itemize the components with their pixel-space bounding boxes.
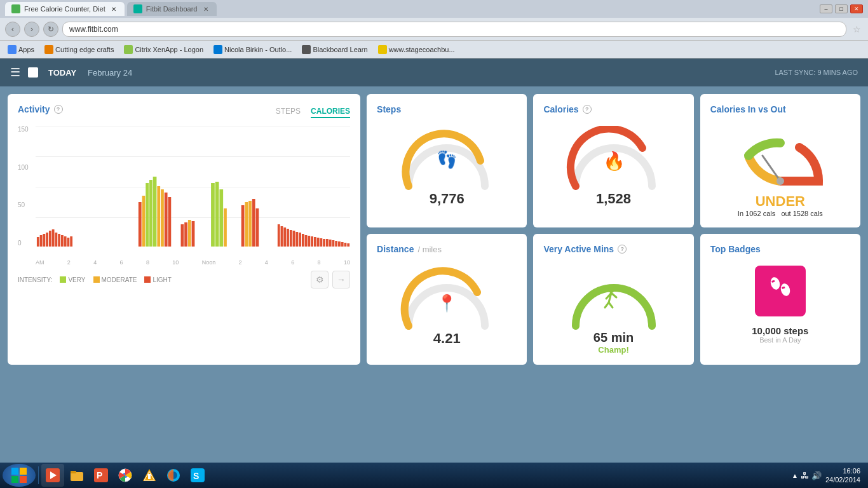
- tab-close-2[interactable]: ✕: [201, 4, 210, 13]
- minimize-button[interactable]: –: [820, 4, 832, 13]
- badge-sub: Best in A Day: [759, 336, 801, 344]
- calories-in-out-gauge: UNDER In 1062 cals out 1528 cals: [710, 121, 850, 217]
- steps-card: Steps 👣 9,776: [367, 94, 527, 227]
- menu-button[interactable]: ☰: [10, 65, 20, 79]
- checkbox-icon[interactable]: [28, 67, 38, 78]
- svg-rect-42: [302, 234, 304, 247]
- bookmark-citrix[interactable]: Citrix XenApp - Logon: [121, 44, 206, 55]
- y-axis: 150 100 50 0: [18, 126, 29, 247]
- svg-rect-5: [52, 229, 55, 247]
- calories-help-icon[interactable]: ?: [583, 105, 592, 114]
- calories-tab[interactable]: CALORIES: [311, 107, 350, 118]
- bookmark-favicon-citrix: [124, 45, 133, 54]
- taskbar-media-player[interactable]: [41, 464, 64, 487]
- svg-rect-14: [146, 183, 149, 247]
- header-date: February 24: [88, 68, 132, 78]
- bookmark-apps[interactable]: Apps: [5, 44, 37, 55]
- distance-title: Distance / miles: [377, 244, 517, 254]
- clock-time: 16:06: [825, 466, 860, 475]
- legend-very-label: VERY: [68, 276, 85, 283]
- taskbar-firefox[interactable]: [162, 464, 185, 487]
- reload-button[interactable]: ↻: [43, 22, 58, 37]
- calories-title: Calories ?: [543, 104, 683, 114]
- tab-1[interactable]: Free Calorie Counter, Diet ✕: [5, 2, 125, 16]
- chart-forward-button[interactable]: →: [332, 271, 350, 288]
- svg-rect-35: [281, 226, 283, 247]
- bookmark-favicon-stagecoach: [378, 45, 387, 54]
- top-badges-card: Top Badges 10,000 steps Best in A Day: [700, 234, 860, 365]
- svg-rect-56: [344, 243, 347, 247]
- svg-rect-29: [241, 205, 245, 247]
- svg-rect-40: [295, 232, 298, 247]
- very-active-value: 65 min: [593, 330, 634, 345]
- maximize-button[interactable]: □: [835, 4, 848, 13]
- firefox-icon: [166, 468, 180, 482]
- bookmark-stagecoach[interactable]: www.stagecoachbu...: [376, 44, 458, 55]
- distance-gauge-svg: 📍: [396, 266, 498, 336]
- tab-2[interactable]: Fitbit Dashboard ✕: [127, 2, 217, 16]
- svg-rect-18: [161, 189, 164, 247]
- svg-rect-88: [148, 474, 151, 475]
- chart-svg: [36, 126, 350, 247]
- taskbar-skype[interactable]: S: [186, 464, 209, 487]
- header-today-label: TODAY: [48, 68, 76, 78]
- system-clock[interactable]: 16:06 24/02/2014: [825, 466, 860, 485]
- address-bar[interactable]: www.fitbit.com: [62, 22, 846, 37]
- start-button[interactable]: [3, 464, 36, 487]
- svg-rect-7: [58, 234, 60, 247]
- tab-favicon-2: [133, 4, 142, 13]
- url-text: www.fitbit.com: [69, 25, 118, 34]
- steps-tab[interactable]: STEPS: [276, 107, 301, 118]
- svg-rect-54: [338, 241, 341, 247]
- skype-icon: S: [191, 468, 205, 482]
- bookmark-star[interactable]: ☆: [850, 23, 863, 36]
- media-player-icon: [46, 468, 60, 482]
- svg-rect-30: [245, 202, 248, 247]
- forward-button[interactable]: ›: [24, 22, 39, 37]
- calories-gauge-container: 🔥 1,528: [543, 121, 683, 207]
- svg-rect-73: [11, 468, 18, 475]
- calories-value: 1,528: [596, 191, 631, 207]
- window-controls: – □ ✕: [820, 4, 863, 13]
- svg-rect-33: [256, 208, 259, 247]
- svg-rect-4: [49, 231, 51, 247]
- svg-point-67: [769, 276, 781, 291]
- svg-text:📍: 📍: [437, 293, 458, 313]
- taskbar-folder[interactable]: [65, 464, 88, 487]
- top-badges-title: Top Badges: [710, 244, 850, 254]
- cals-gauge-svg: [729, 121, 831, 191]
- activity-help-icon[interactable]: ?: [54, 105, 63, 114]
- very-active-help-icon[interactable]: ?: [618, 245, 627, 254]
- back-button[interactable]: ‹: [5, 22, 20, 37]
- chrome-icon: [118, 468, 132, 482]
- svg-rect-55: [341, 242, 344, 247]
- chart-settings-button[interactable]: ⚙: [311, 271, 329, 288]
- tray-volume-icon[interactable]: 🔊: [811, 471, 822, 480]
- tab-close-1[interactable]: ✕: [109, 4, 118, 13]
- taskbar-chrome[interactable]: [114, 464, 137, 487]
- very-active-title: Very Active Mins ?: [543, 244, 683, 254]
- svg-rect-36: [283, 227, 286, 247]
- tab-favicon-1: [11, 4, 20, 13]
- badge-container: 10,000 steps Best in A Day: [710, 261, 850, 344]
- close-button[interactable]: ✕: [850, 4, 863, 13]
- bookmark-blackboard[interactable]: Blackboard Learn: [299, 44, 370, 55]
- steps-value: 9,776: [430, 191, 465, 207]
- bookmark-crafts[interactable]: Cutting edge crafts: [42, 44, 116, 55]
- svg-rect-11: [70, 236, 72, 247]
- bookmark-outlook[interactable]: Nicola Birkin - Outlo...: [211, 44, 294, 55]
- dashboard: Activity ? STEPS CALORIES 150 100 50 0: [0, 86, 868, 372]
- taskbar-vlc[interactable]: [138, 464, 161, 487]
- x-axis: AM 2 4 6 8 10 Noon 2 4 6 8 10: [36, 259, 350, 266]
- steps-title: Steps: [377, 104, 517, 114]
- taskbar-paint[interactable]: P: [90, 464, 112, 487]
- svg-rect-34: [278, 224, 280, 247]
- svg-rect-39: [293, 231, 295, 247]
- svg-rect-23: [188, 220, 191, 247]
- svg-rect-48: [320, 238, 322, 247]
- bookmark-label-crafts: Cutting edge crafts: [55, 46, 114, 53]
- svg-rect-28: [224, 208, 227, 247]
- clock-date: 24/02/2014: [825, 475, 860, 484]
- tray-arrow-icon[interactable]: ▲: [792, 472, 798, 479]
- very-active-gauge-svg: [563, 266, 665, 336]
